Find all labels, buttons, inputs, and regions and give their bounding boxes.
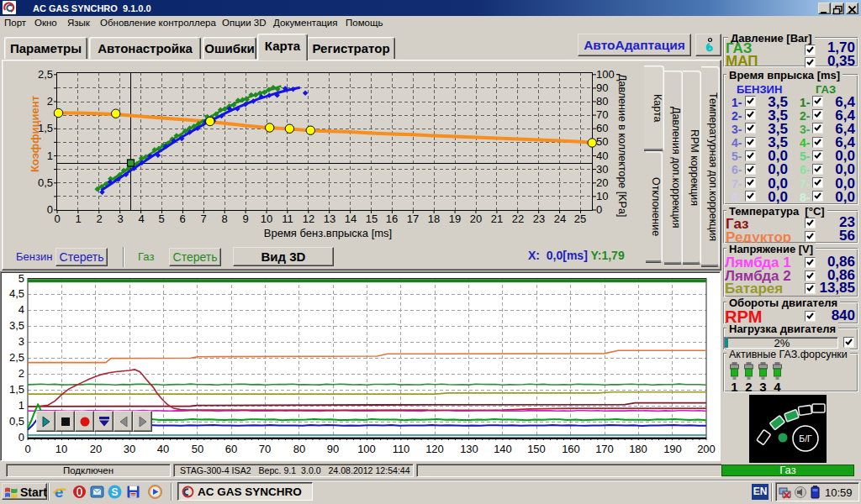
svg-text:S: S [111, 486, 118, 498]
svg-text:Б/Г: Б/Г [799, 433, 812, 444]
